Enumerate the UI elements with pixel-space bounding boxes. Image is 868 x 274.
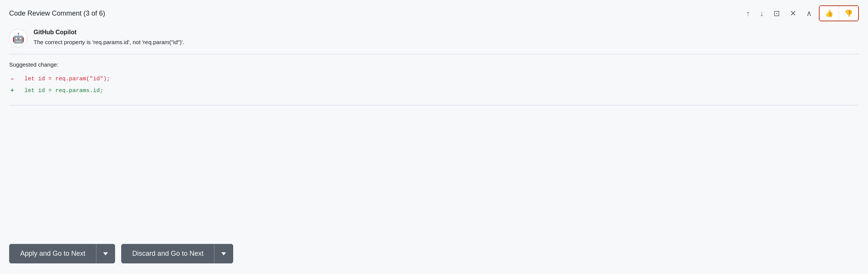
panel-header: Code Review Comment (3 of 6) ↑ ↓ ⊡ ✕ ∧ 👍 [0,0,868,25]
comment-text: The correct property is 'req.params.id',… [34,38,859,47]
discard-dropdown-button[interactable] [214,244,233,263]
divider-top [9,54,859,54]
apply-chevron-down-icon [103,252,108,255]
comment-block: 🤖 GitHub Copilot The correct property is… [9,29,859,47]
collapse-icon: ∧ [806,9,812,18]
discard-and-go-to-next-button[interactable]: Discard and Go to Next [121,244,214,263]
line-added-code: let id = req.params.id; [24,86,103,96]
up-arrow-icon: ↑ [746,9,750,18]
thumbs-up-icon: 👍 [825,9,833,18]
thumbs-down-button[interactable]: 👎 [839,6,858,21]
discard-button-group: Discard and Go to Next [121,244,233,263]
panel-title: Code Review Comment (3 of 6) [9,10,105,18]
panel-content: 🤖 GitHub Copilot The correct property is… [0,25,868,235]
apply-button-group: Apply and Go to Next [9,244,115,263]
code-block: – let id = req.param("id"); + let id = r… [9,73,859,97]
line-removed-prefix: – [9,74,15,84]
divider-bottom [9,105,859,105]
code-line-added: + let id = req.params.id; [9,85,859,97]
code-review-panel: Code Review Comment (3 of 6) ↑ ↓ ⊡ ✕ ∧ 👍 [0,0,868,274]
close-button[interactable]: ✕ [787,7,799,19]
next-comment-button[interactable]: ↓ [757,8,767,19]
down-arrow-icon: ↓ [760,9,764,18]
thumbs-up-button[interactable]: 👍 [820,6,839,21]
comment-author: GitHub Copilot [34,29,859,36]
suggested-change-label: Suggested change: [9,61,859,68]
copilot-avatar-icon: 🤖 [12,32,24,44]
apply-dropdown-button[interactable] [96,244,115,263]
apply-and-go-to-next-button[interactable]: Apply and Go to Next [9,244,96,263]
close-icon: ✕ [790,9,796,18]
line-added-prefix: + [9,86,15,96]
prev-comment-button[interactable]: ↑ [743,8,753,19]
header-actions: ↑ ↓ ⊡ ✕ ∧ 👍 👎 [743,5,859,21]
collapse-button[interactable]: ∧ [803,7,815,19]
thumbs-down-icon: 👎 [844,9,853,18]
code-line-removed: – let id = req.param("id"); [9,73,859,85]
line-removed-code: let id = req.param("id"); [24,74,110,84]
panel-footer: Apply and Go to Next Discard and Go to N… [0,235,868,274]
comment-body: GitHub Copilot The correct property is '… [34,29,859,47]
diff-icon: ⊡ [774,9,780,18]
discard-chevron-down-icon [221,252,226,255]
avatar: 🤖 [9,29,27,47]
feedback-buttons-group: 👍 👎 [819,5,859,21]
diff-view-button[interactable]: ⊡ [770,7,783,19]
